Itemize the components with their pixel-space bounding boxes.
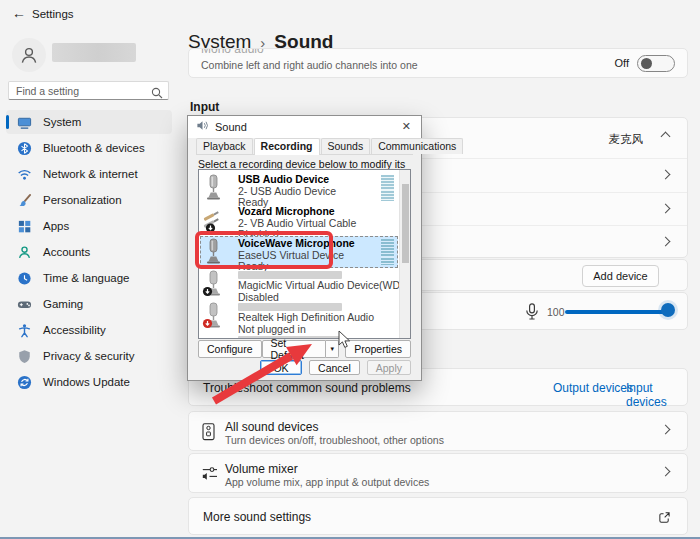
volume-slider[interactable] [565, 310, 673, 314]
chevron-right-icon [661, 203, 671, 213]
mono-audio-toggle[interactable] [637, 55, 675, 72]
input-devices-link[interactable]: Input devices [626, 381, 687, 409]
microphone-icon [525, 303, 539, 325]
apps-grid-icon [16, 218, 32, 234]
sidebar-nav: System Bluetooth & devices Network & int… [0, 110, 178, 396]
add-device-button[interactable]: Add device [582, 265, 659, 287]
sound-devices-icon [202, 423, 215, 445]
search-icon[interactable] [151, 85, 163, 103]
mono-audio-title: Mono audio [201, 48, 264, 56]
person-avatar-icon [19, 45, 39, 65]
sidebar-item-gaming[interactable]: Gaming [6, 292, 172, 316]
chevron-right-icon [661, 169, 671, 179]
sidebar-item-label: Network & internet [43, 168, 138, 180]
troubleshoot-label: Troubleshoot common sound problems [203, 381, 411, 395]
volume-mixer-card[interactable]: Volume mixer App volume mix, app input &… [188, 453, 688, 493]
device-description: Realtek High Definition Audio [238, 313, 378, 323]
monitor-icon [16, 114, 32, 130]
sidebar-item-system[interactable]: System [6, 110, 172, 134]
tab-sounds[interactable]: Sounds [321, 138, 371, 154]
sidebar-item-label: Gaming [43, 298, 83, 310]
sidebar-item-apps[interactable]: Apps [6, 214, 172, 238]
toggle-knob [641, 58, 652, 69]
chevron-right-icon [661, 236, 671, 246]
chevron-right-icon [661, 467, 671, 477]
sidebar-item-accounts[interactable]: Accounts [6, 240, 172, 264]
tab-communications[interactable]: Communications [371, 138, 463, 154]
level-meter [381, 175, 394, 201]
device-name-redacted [238, 303, 342, 311]
search-box[interactable] [8, 81, 169, 100]
sidebar-item-label: Accounts [43, 246, 90, 258]
device-row-realtek[interactable]: Realtek High Definition Audio Not plugge… [200, 300, 398, 332]
device-description: 2- VB Audio Virtual Cable [238, 219, 378, 229]
sound-dialog-titlebar[interactable]: Sound ✕ [188, 116, 421, 138]
bluetooth-icon [16, 140, 32, 156]
sidebar-item-time-language[interactable]: Time & language [6, 266, 172, 290]
tab-playback[interactable]: Playback [196, 138, 253, 154]
device-name-redacted [238, 271, 342, 279]
user-name-redacted [52, 43, 136, 62]
more-sound-settings-card[interactable]: More sound settings [188, 497, 688, 535]
window-title: Settings [32, 8, 74, 20]
sidebar-item-label: Privacy & security [43, 350, 134, 362]
brush-icon [16, 192, 32, 208]
microphone-unplugged-icon [202, 302, 224, 333]
list-scrollbar[interactable] [399, 170, 410, 338]
annotation-highlight-rectangle [195, 231, 333, 269]
sidebar-item-label: Apps [43, 220, 69, 232]
clock-icon [16, 270, 32, 286]
volume-slider-handle[interactable] [661, 303, 675, 317]
volume-value: 100 [547, 306, 565, 318]
device-row-usb-audio[interactable]: USB Audio Device 2- USB Audio Device Rea… [200, 172, 398, 204]
sidebar-item-personalization[interactable]: Personalization [6, 188, 172, 212]
cancel-button[interactable]: Cancel [309, 360, 360, 375]
device-description: MagicMic Virtual Audio Device(WDM) [238, 281, 378, 291]
search-input[interactable] [16, 83, 146, 98]
device-name: Vozard Microphone [238, 207, 378, 217]
sound-dialog-title: Sound [215, 121, 247, 133]
level-meter [381, 239, 394, 265]
wifi-icon [16, 166, 32, 182]
all-sound-devices-title: All sound devices [225, 420, 318, 434]
volume-mixer-subtitle: App volume mix, app input & output devic… [225, 476, 429, 488]
accessibility-person-icon [16, 322, 32, 338]
back-icon[interactable]: ← [12, 5, 26, 21]
external-link-icon [658, 510, 671, 528]
device-name: USB Audio Device [238, 175, 378, 185]
mono-audio-subtitle: Combine left and right audio channels in… [201, 59, 418, 71]
microphone-disabled-icon [202, 270, 224, 301]
sidebar-item-label: System [43, 116, 81, 128]
sidebar-item-bluetooth-devices[interactable]: Bluetooth & devices [6, 136, 172, 160]
close-icon[interactable]: ✕ [402, 120, 411, 133]
chevron-up-icon[interactable] [661, 132, 671, 142]
avatar[interactable] [12, 38, 46, 72]
sound-dialog-tabs: Playback Recording Sounds Communications [196, 140, 413, 155]
scrollbar-thumb[interactable] [402, 184, 409, 263]
device-row-magicmic[interactable]: MagicMic Virtual Audio Device(WDM) Disab… [200, 268, 398, 300]
tab-recording[interactable]: Recording [254, 138, 320, 155]
output-devices-link[interactable]: Output devices [553, 381, 633, 395]
sidebar-item-label: Accessibility [43, 324, 106, 336]
sidebar-item-accessibility[interactable]: Accessibility [6, 318, 172, 342]
sidebar-item-label: Personalization [43, 194, 122, 206]
speaker-icon [196, 118, 209, 136]
sidebar-item-privacy-security[interactable]: Privacy & security [6, 344, 172, 368]
mono-audio-toggle-label: Off [615, 57, 629, 69]
sidebar-item-network-internet[interactable]: Network & internet [6, 162, 172, 186]
sidebar-item-windows-update[interactable]: Windows Update [6, 370, 172, 394]
all-sound-devices-card[interactable]: All sound devices Turn devices on/off, t… [188, 411, 688, 451]
input-device-name: 麦克风 [609, 132, 644, 147]
chevron-right-icon [661, 425, 671, 435]
gamepad-icon [16, 296, 32, 312]
dialog-footer-buttons: OK Cancel Apply [188, 355, 421, 380]
microphone-device-icon [202, 174, 224, 205]
sidebar-item-label: Windows Update [43, 376, 130, 388]
sidebar-item-label: Time & language [43, 272, 130, 284]
input-section-label: Input [190, 100, 219, 114]
shield-icon [16, 348, 32, 364]
mixer-icon [202, 465, 218, 485]
person-icon [16, 244, 32, 260]
apply-button[interactable]: Apply [367, 360, 411, 375]
ok-button[interactable]: OK [260, 360, 302, 375]
